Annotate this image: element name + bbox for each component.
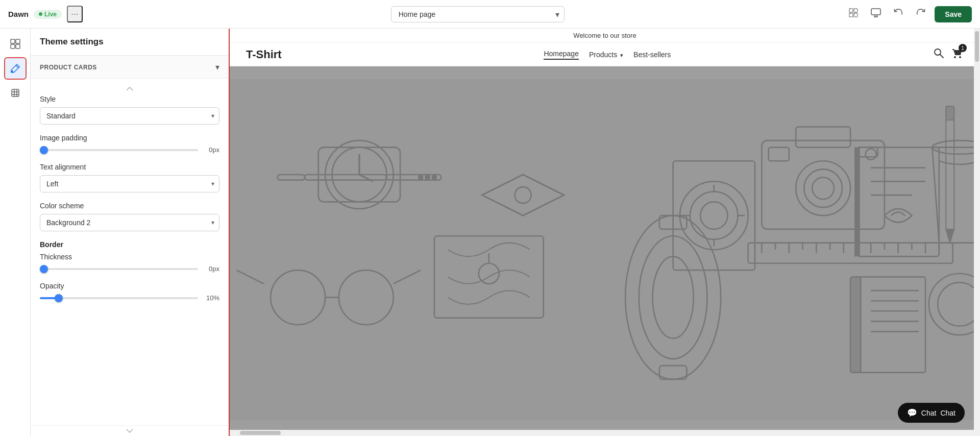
sidebar-item-layers[interactable] [4, 82, 27, 104]
top-bar: Dawn Live ··· Home page Products About C… [0, 0, 980, 29]
image-padding-setting: Image padding 0px [40, 134, 219, 154]
style-select[interactable]: Standard Card Minimal [40, 107, 219, 125]
svg-rect-21 [230, 79, 980, 420]
text-alignment-setting: Text alignment Left Center Right [40, 163, 219, 192]
section-label: PRODUCT CARDS [40, 64, 97, 71]
section-header: PRODUCT CARDS ▾ [31, 56, 229, 79]
svg-rect-4 [871, 9, 880, 15]
chat-text: Chat [940, 409, 955, 417]
nav-link-bestsellers[interactable]: Best-sellers [633, 51, 671, 59]
desktop-icon [870, 7, 881, 18]
image-padding-value: 0px [203, 146, 219, 154]
chat-button[interactable]: 💬 Chat Chat [898, 403, 965, 423]
text-alignment-label: Text alignment [40, 163, 219, 171]
hero-area: 💬 Chat Chat [230, 66, 980, 433]
svg-rect-8 [11, 39, 15, 43]
live-label: Live [44, 11, 57, 18]
svg-point-30 [419, 175, 423, 179]
settings-panel: Theme settings PRODUCT CARDS ▾ Style Sta… [31, 29, 230, 436]
page-select[interactable]: Home page Products About Contact [391, 6, 565, 22]
svg-rect-10 [11, 44, 15, 49]
opacity-label: Opacity [40, 282, 219, 290]
opacity-slider[interactable] [40, 297, 198, 299]
live-badge: Live [34, 10, 62, 19]
svg-rect-75 [946, 106, 954, 120]
page-select-wrap: Home page Products About Contact [391, 6, 565, 22]
text-alignment-select[interactable]: Left Center Right [40, 175, 219, 192]
chat-icon: 💬 [907, 408, 917, 418]
preview-area: Welcome to our store T-Shirt Homepage Pr… [230, 29, 980, 436]
thickness-slider[interactable] [40, 268, 198, 270]
store-topbar: T-Shirt Homepage Products ▾ Best-sellers [230, 43, 980, 66]
hero-illustration [230, 66, 980, 433]
icon-bar [0, 29, 31, 436]
redo-button[interactable] [912, 4, 929, 24]
panel-title: Theme settings [40, 37, 104, 47]
svg-point-32 [432, 175, 436, 179]
live-dot [39, 12, 42, 16]
style-setting: Style Standard Card Minimal [40, 95, 219, 125]
top-bar-right: Save [845, 4, 972, 24]
redo-icon [915, 7, 926, 18]
desktop-view-button[interactable] [867, 4, 885, 24]
color-scheme-setting: Color scheme Background 1 Background 2 B… [40, 202, 219, 231]
svg-rect-0 [849, 9, 853, 12]
svg-rect-90 [850, 277, 861, 372]
search-icon[interactable] [933, 47, 944, 61]
chat-label: Chat [921, 409, 937, 417]
image-padding-slider[interactable] [40, 149, 198, 151]
svg-rect-1 [854, 9, 857, 12]
thickness-setting: Thickness 0px [40, 253, 219, 273]
top-bar-center: Home page Products About Contact [116, 6, 839, 22]
selector-icon [848, 7, 859, 18]
undo-icon [893, 7, 904, 18]
sidebar-item-grid[interactable] [4, 33, 27, 55]
border-label: Border [40, 240, 219, 249]
cart-count: 1 [959, 44, 967, 52]
thickness-slider-row: 0px [40, 265, 219, 273]
main-layout: Theme settings PRODUCT CARDS ▾ Style Sta… [0, 29, 980, 436]
thickness-label: Thickness [40, 253, 219, 261]
style-select-wrap: Standard Card Minimal [40, 107, 219, 125]
color-scheme-select-wrap: Background 1 Background 2 Background 3 [40, 214, 219, 231]
thickness-value: 0px [203, 265, 219, 273]
undo-button[interactable] [890, 4, 907, 24]
svg-point-13 [11, 70, 13, 72]
sidebar-item-brush[interactable] [4, 57, 27, 80]
scroll-down-indicator [31, 425, 229, 436]
color-scheme-select[interactable]: Background 1 Background 2 Background 3 [40, 214, 219, 231]
svg-line-20 [940, 55, 943, 58]
nav-links: Homepage Products ▾ Best-sellers [544, 50, 671, 60]
cart-icon[interactable]: 1 [951, 47, 964, 62]
scrollbar-thumb[interactable] [975, 31, 979, 62]
svg-rect-2 [849, 13, 853, 17]
store-icons: 1 [933, 47, 964, 62]
image-padding-label: Image padding [40, 134, 219, 142]
store-name: Dawn [8, 10, 29, 18]
panel-header: Theme settings [31, 29, 229, 56]
more-options-button[interactable]: ··· [67, 6, 83, 22]
bottom-scrollbar-thumb[interactable] [240, 431, 281, 435]
products-chevron: ▾ [620, 52, 623, 58]
section-chevron[interactable]: ▾ [215, 62, 219, 72]
color-scheme-label: Color scheme [40, 202, 219, 210]
scroll-up-indicator [40, 87, 219, 91]
svg-point-31 [426, 175, 430, 179]
selector-button[interactable] [845, 4, 862, 24]
nav-link-products[interactable]: Products ▾ [589, 51, 623, 59]
opacity-slider-row: 10% [40, 294, 219, 302]
text-alignment-select-wrap: Left Center Right [40, 175, 219, 192]
horizontal-scrollbar[interactable] [230, 430, 980, 436]
panel-content: Style Standard Card Minimal Image paddin… [31, 79, 229, 425]
opacity-value: 10% [203, 294, 219, 302]
vertical-scrollbar[interactable] [974, 29, 980, 436]
svg-rect-9 [16, 39, 20, 43]
nav-link-homepage[interactable]: Homepage [544, 50, 579, 60]
top-bar-left: Dawn Live ··· [8, 6, 110, 22]
svg-rect-11 [16, 44, 20, 49]
style-label: Style [40, 95, 219, 103]
image-padding-slider-row: 0px [40, 146, 219, 154]
store-announcement: Welcome to our store [230, 29, 980, 43]
store-logo: T-Shirt [246, 48, 282, 61]
save-button[interactable]: Save [935, 6, 972, 22]
